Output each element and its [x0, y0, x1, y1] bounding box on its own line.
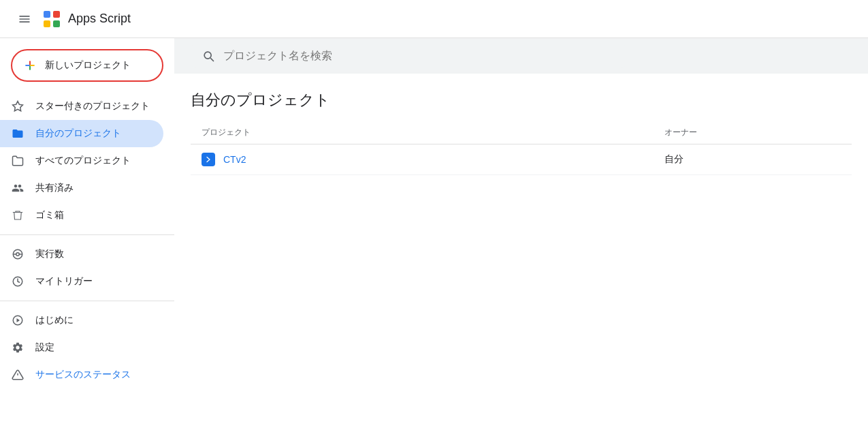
sidebar-item-shared[interactable]: 共有済み	[0, 174, 163, 202]
settings-icon	[11, 341, 25, 354]
star-icon	[11, 100, 25, 113]
projects-area: 自分のプロジェクト プロジェクト オーナー CTv2	[174, 74, 868, 443]
sidebar-item-label: はじめに	[35, 314, 74, 326]
content-area: 自分のプロジェクト プロジェクト オーナー CTv2	[174, 38, 868, 443]
search-input[interactable]	[223, 50, 615, 62]
play-circle-icon	[11, 314, 25, 327]
project-arrow-icon	[202, 153, 215, 166]
col-header-project: プロジェクト	[191, 121, 654, 144]
sidebar-item-starred[interactable]: スター付きのプロジェクト	[0, 93, 163, 120]
sidebar-item-trash[interactable]: ゴミ箱	[0, 202, 163, 229]
warning-icon	[11, 368, 25, 382]
col-header-owner: オーナー	[654, 121, 852, 144]
sidebar-item-label: 実行数	[35, 248, 64, 260]
svg-marker-8	[13, 102, 23, 111]
search-wrapper	[191, 44, 626, 68]
svg-rect-1	[53, 11, 60, 18]
trash-icon	[11, 209, 25, 222]
app-title: Apps Script	[68, 12, 131, 26]
projects-table: プロジェクト オーナー CTv2 自分	[191, 121, 852, 175]
sidebar-item-getting-started[interactable]: はじめに	[0, 307, 163, 334]
svg-rect-3	[53, 20, 60, 27]
sidebar-item-label: ゴミ箱	[35, 209, 64, 222]
project-name: CTv2	[223, 154, 246, 165]
main-layout: 新しいプロジェクト スター付きのプロジェクト 自分のプロジェクト	[0, 38, 868, 443]
sidebar-item-settings[interactable]: 設定	[0, 334, 163, 361]
sidebar-item-label: マイトリガー	[35, 275, 93, 288]
sidebar-divider-2	[0, 301, 174, 301]
menu-icon[interactable]	[11, 5, 38, 33]
sidebar-item-my-projects[interactable]: 自分のプロジェクト	[0, 120, 163, 147]
svg-rect-2	[44, 20, 50, 27]
header: Apps Script	[0, 0, 868, 38]
app-logo: Apps Script	[41, 8, 131, 30]
table-header-row: プロジェクト オーナー	[191, 121, 852, 144]
sidebar-item-triggers[interactable]: マイトリガー	[0, 268, 163, 295]
svg-rect-0	[44, 11, 50, 18]
sidebar-item-label: スター付きのプロジェクト	[35, 100, 150, 112]
projects-title: 自分のプロジェクト	[191, 90, 852, 110]
new-project-label: 新しいプロジェクト	[45, 59, 131, 72]
sidebar-item-label: すべてのプロジェクト	[35, 155, 131, 167]
new-project-button[interactable]: 新しいプロジェクト	[11, 49, 163, 82]
sidebar-item-executions[interactable]: 実行数	[0, 241, 163, 268]
sidebar-divider-1	[0, 234, 174, 235]
folder-icon	[11, 127, 25, 140]
people-icon	[11, 181, 25, 195]
apps-script-logo-icon	[41, 8, 63, 30]
sidebar-item-label: 設定	[35, 341, 54, 354]
sidebar-item-all-projects[interactable]: すべてのプロジェクト	[0, 147, 163, 174]
sidebar-item-label: 自分のプロジェクト	[35, 127, 121, 140]
table-row[interactable]: CTv2 自分	[191, 144, 852, 175]
svg-point-10	[16, 253, 20, 256]
executions-icon	[11, 247, 25, 261]
sidebar-item-label: 共有済み	[35, 182, 74, 194]
owner-cell: 自分	[654, 144, 852, 175]
svg-marker-15	[17, 318, 20, 322]
sidebar-item-service-status[interactable]: サービスのステータス	[0, 361, 163, 388]
sidebar-item-label: サービスのステータス	[35, 369, 131, 381]
trigger-icon	[11, 275, 25, 288]
search-icon	[202, 49, 215, 63]
plus-icon	[23, 59, 37, 72]
search-bar	[174, 38, 868, 74]
project-name-cell[interactable]: CTv2	[191, 144, 654, 175]
folder-outline-icon	[11, 154, 25, 168]
sidebar: 新しいプロジェクト スター付きのプロジェクト 自分のプロジェクト	[0, 38, 174, 443]
